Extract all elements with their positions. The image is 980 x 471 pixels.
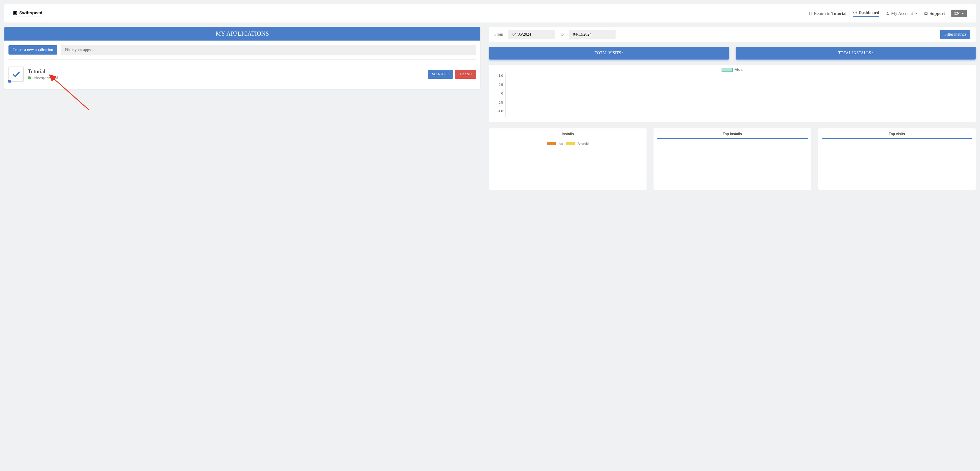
status-indicator <box>28 76 31 79</box>
nav-return[interactable]: Return to Tutorial <box>808 11 846 16</box>
manage-button[interactable]: MANAGE <box>428 70 453 79</box>
legend-swatch-visits <box>722 68 733 72</box>
ios-label[interactable]: Ios <box>558 142 563 145</box>
installs-card: Installs Ios Android <box>489 128 646 190</box>
nav-return-target: Tutorial <box>831 11 846 16</box>
y-axis: 1.0 0.5 0 -0.5 -1.0 <box>494 73 506 117</box>
language-label: EN <box>954 11 959 16</box>
brand-logo[interactable]: Swiftspeed <box>13 10 42 17</box>
top-installs-title: Top installs <box>657 132 807 139</box>
y-tick: -0.5 <box>494 100 506 109</box>
nav-support-label: Support <box>929 11 945 16</box>
chart-legend[interactable]: Visits <box>494 68 971 72</box>
date-filter-panel: From to Filter metrics <box>489 27 975 42</box>
chart-plot-area <box>506 73 971 117</box>
app-name: Tutorial <box>28 68 424 75</box>
y-tick: 0 <box>494 91 506 100</box>
ios-swatch <box>547 142 556 145</box>
dashboard-icon <box>853 11 857 14</box>
nav-support[interactable]: Support <box>924 11 945 16</box>
android-label[interactable]: Android <box>578 142 589 145</box>
nav-account[interactable]: My Account <box>886 11 918 16</box>
from-date-input[interactable] <box>508 30 555 39</box>
y-tick: 0.5 <box>494 82 506 91</box>
nav-menu: Return to Tutorial Dashboard My Account … <box>808 10 967 17</box>
svg-rect-2 <box>810 12 811 15</box>
filter-metrics-button[interactable]: Filter metrics <box>940 30 970 39</box>
app-icon <box>8 67 24 82</box>
nav-return-prefix: Return to <box>814 11 831 16</box>
app-list-item: Tutorial Subscription valid MANAGE TRASH <box>8 63 476 85</box>
brand-text: Swiftspeed <box>19 10 42 15</box>
user-icon <box>886 11 890 16</box>
swiftspeed-logo-icon <box>13 11 17 14</box>
visits-chart-panel: Visits 1.0 0.5 0 -0.5 -1.0 <box>489 65 975 122</box>
top-navbar: Swiftspeed Return to Tutorial Dashboard … <box>5 5 975 22</box>
total-visits-card: TOTAL VISITS : <box>489 47 729 60</box>
android-swatch <box>566 142 575 145</box>
trash-button[interactable]: TRASH <box>455 70 476 79</box>
top-visits-card: Top visits <box>818 128 975 190</box>
app-status-text: Subscription valid <box>32 76 58 80</box>
svg-rect-1 <box>14 13 16 14</box>
to-date-input[interactable] <box>569 30 616 39</box>
top-installs-card: Top installs <box>654 128 811 190</box>
y-tick: -1.0 <box>494 109 506 117</box>
total-installs-card: TOTAL INSTALLS : <box>736 47 975 60</box>
my-applications-panel: MY APPLICATIONS Create a new application… <box>5 27 480 89</box>
filter-apps-input[interactable] <box>61 44 476 55</box>
nav-account-label: My Account <box>891 11 913 16</box>
chevron-down-icon <box>915 13 918 14</box>
phone-icon <box>808 11 812 16</box>
panel-title: MY APPLICATIONS <box>5 27 480 41</box>
from-label: From <box>495 32 503 37</box>
nav-dashboard-label: Dashboard <box>859 10 879 15</box>
y-tick: 1.0 <box>494 73 506 82</box>
chevron-down-icon <box>962 13 964 14</box>
nav-dashboard[interactable]: Dashboard <box>853 10 879 17</box>
to-label: to <box>560 32 563 37</box>
legend-label: Visits <box>735 68 743 72</box>
top-visits-title: Top visits <box>822 132 972 139</box>
language-selector[interactable]: EN <box>951 10 967 17</box>
support-icon <box>924 11 928 16</box>
create-application-button[interactable]: Create a new application <box>8 45 57 55</box>
installs-title: Installs <box>493 132 643 138</box>
svg-point-4 <box>887 12 888 13</box>
